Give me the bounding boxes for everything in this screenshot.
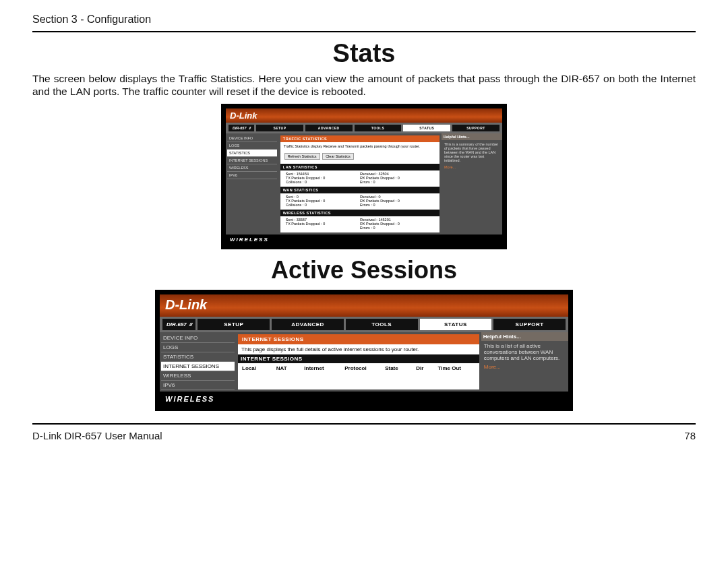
wireless-stats-grid: Sent : 33587 Received : 145201 TX Packet… [280,216,439,232]
intro-text: The screen below displays the Traffic St… [32,72,696,98]
tab-setup[interactable]: SETUP [256,125,303,131]
wan-stats-grid: Sent : 0 Received : 0 TX Packets Dropped… [280,193,439,210]
sidebar-item-logs[interactable]: LOGS [227,142,277,150]
brand-logo: D-Link [230,111,257,121]
hints-more-link[interactable]: More... [484,364,566,370]
sidebar-item-internet-sessions[interactable]: INTERNET SESSIONS [227,157,277,164]
page-title-stats: Stats [32,39,696,68]
footer-manual-name: D-Link DIR-657 User Manual [32,430,162,441]
stat-cell: Errors : 0 [360,203,434,207]
col-dir: Dir [416,365,437,371]
tab-advanced[interactable]: ADVANCED [272,319,344,330]
col-timeout: Time Out [437,365,475,371]
sessions-screenshot: D-Link DIR-657 /// SETUP ADVANCED TOOLS … [155,290,573,411]
tab-support[interactable]: SUPPORT [452,125,499,131]
section-header: Section 3 - Configuration [32,13,696,32]
tab-advanced[interactable]: ADVANCED [305,125,353,131]
nav-tabs: DIR-657 /// SETUP ADVANCED TOOLS STATUS … [226,123,502,133]
stat-cell: Collisions : 0 [286,180,360,184]
main-panel: TRAFFIC STATISTICS Traffic Statistics di… [280,135,439,232]
sidebar-item-wireless[interactable]: WIRELESS [227,164,277,172]
wan-stats-head: WAN STATISTICS [280,187,439,193]
panel-title: INTERNET SESSIONS [238,334,479,344]
sidebar-item-statistics[interactable]: STATISTICS [227,150,277,157]
tab-tools[interactable]: TOOLS [346,319,418,330]
nav-tabs: DIR-657 /// SETUP ADVANCED TOOLS STATUS … [160,317,568,332]
sidebar: DEVICE INFO LOGS STATISTICS INTERNET SES… [226,133,278,235]
tab-tools[interactable]: TOOLS [355,125,402,131]
sidebar-item-device-info[interactable]: DEVICE INFO [227,135,277,142]
stat-cell: Errors : 0 [360,226,434,230]
hints-head: Helpful Hints... [481,332,568,341]
model-label: DIR-657 /// [162,319,195,330]
tab-setup[interactable]: SETUP [198,319,270,330]
main-panel: INTERNET SESSIONS This page displays the… [238,334,479,389]
hints-body: This is a list of all active conversatio… [484,343,566,361]
footer-page-number: 78 [684,430,696,441]
col-internet: Internet [304,365,344,371]
sidebar-item-ipv6[interactable]: IPV6 [227,172,277,179]
sidebar-item-device-info[interactable]: DEVICE INFO [161,334,235,343]
tab-status[interactable]: STATUS [420,319,492,330]
page-title-active-sessions: Active Sessions [32,256,696,284]
model-stripes-icon: /// [189,321,192,327]
page-footer: D-Link DIR-657 User Manual 78 [32,423,696,441]
sessions-table-head: INTERNET SESSIONS [238,354,479,363]
stat-cell [286,226,360,230]
sidebar-item-internet-sessions[interactable]: INTERNET SESSIONS [161,362,235,371]
stats-screenshot: D-Link DIR-657 /// SETUP ADVANCED TOOLS … [221,104,507,249]
brand-logo: D-Link [165,297,207,313]
wireless-stats-head: WIRELESS STATISTICS [280,210,439,216]
sidebar-item-ipv6[interactable]: IPV6 [161,381,235,390]
brand-banner: D-Link [160,294,568,317]
stat-cell: Errors : 0 [360,180,434,184]
col-state: State [385,365,416,371]
hints-panel: Helpful Hints... This is a list of all a… [481,332,568,392]
stat-cell: Collisions : 0 [286,203,360,207]
panel-title: TRAFFIC STATISTICS [280,135,439,142]
hints-more-link[interactable]: More... [444,165,499,169]
router-footer: WIRELESS [226,235,502,245]
lan-stats-head: LAN STATISTICS [280,164,439,170]
brand-banner: D-Link [226,108,502,123]
sessions-columns: Local NAT Internet Protocol State Dir Ti… [238,363,479,375]
lan-stats-grid: Sent : 154454 Received : 32504 TX Packet… [280,170,439,187]
clear-button[interactable]: Clear Statistics [322,153,354,160]
hints-panel: Helpful Hints... This is a summary of th… [442,133,502,235]
router-footer: WIRELESS [160,392,568,406]
panel-desc: Traffic Statistics display Receive and T… [280,142,439,150]
refresh-button[interactable]: Refresh Statistics [284,153,320,160]
tab-support[interactable]: SUPPORT [493,319,566,330]
sidebar-item-logs[interactable]: LOGS [161,343,235,352]
sidebar: DEVICE INFO LOGS STATISTICS INTERNET SES… [160,332,236,392]
col-local: Local [242,365,276,371]
sidebar-item-wireless[interactable]: WIRELESS [161,371,235,381]
panel-desc: This page displays the full details of a… [238,344,479,354]
model-stripes-icon: /// [249,126,250,130]
tab-status[interactable]: STATUS [403,125,450,131]
hints-head: Helpful Hints... [442,133,502,140]
col-nat: NAT [276,365,304,371]
hints-body: This is a summary of the number of packe… [444,142,499,162]
model-label: DIR-657 /// [229,125,254,131]
model-text: DIR-657 [166,321,187,327]
model-text: DIR-657 [233,126,246,130]
sidebar-item-statistics[interactable]: STATISTICS [161,352,235,362]
col-protocol: Protocol [344,365,385,371]
